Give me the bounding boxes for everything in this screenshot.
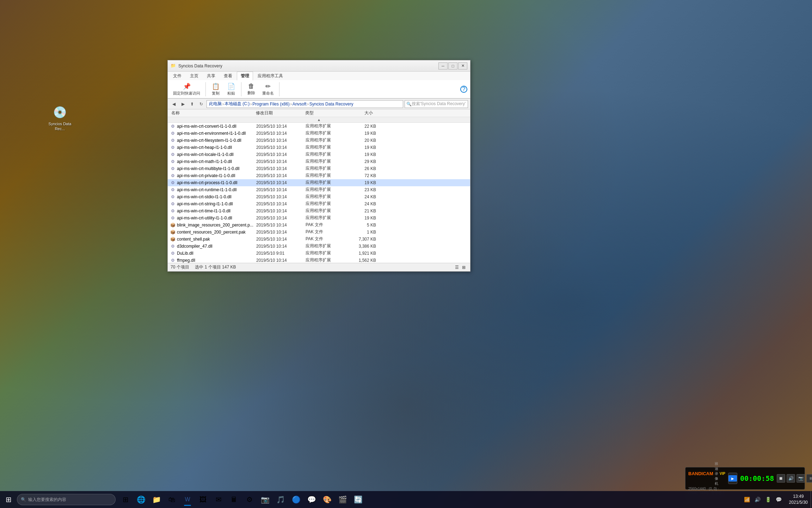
taskbar-app-explorer[interactable]: 📁 xyxy=(149,492,164,507)
tab-file[interactable]: 文件 xyxy=(169,72,185,80)
file-size: 22 KB xyxy=(348,124,376,129)
up-button[interactable]: ⬆ xyxy=(188,100,196,108)
taskbar-app-edge[interactable]: 🌐 xyxy=(134,492,148,507)
file-date: 2019/5/10 10:14 xyxy=(256,208,306,213)
ribbon-delete-btn[interactable]: 🗑 删除 xyxy=(244,81,258,97)
file-date: 2019/5/10 10:14 xyxy=(256,152,306,157)
col-header-date[interactable]: 修改日期 xyxy=(254,110,304,116)
tray-battery[interactable]: 🔋 xyxy=(764,495,773,504)
forward-button[interactable]: ▶ xyxy=(179,100,187,108)
col-header-type[interactable]: 类型 xyxy=(304,110,346,116)
status-text: 70 个项目 选中 1 个项目 147 KB xyxy=(171,264,453,270)
taskbar-app-store[interactable]: 🛍 xyxy=(165,492,179,507)
col-header-name[interactable]: 名称 xyxy=(170,110,254,116)
taskbar-app-chrome[interactable]: 🔵 xyxy=(289,492,303,507)
table-row[interactable]: ⚙ api-ms-win-crt-environment-l1-1-0.dll … xyxy=(168,130,470,137)
ribbon-sep-3 xyxy=(279,82,279,96)
address-path[interactable]: 此电脑 › 本地磁盘 (C:) › Program Files (x86) › … xyxy=(207,100,403,108)
taskbar-app-view[interactable]: ⊞ xyxy=(118,492,133,507)
table-row[interactable]: ⚙ api-ms-win-crt-stdio-l1-1-0.dll 2019/5… xyxy=(168,193,470,200)
path-this-pc[interactable]: 此电脑 xyxy=(209,101,222,107)
file-type: 应用程序扩展 xyxy=(306,194,348,200)
table-row[interactable]: ⚙ api-ms-win-crt-heap-l1-1-0.dll 2019/5/… xyxy=(168,144,470,151)
start-button[interactable]: ⊞ xyxy=(0,491,17,508)
ribbon-paste-btn[interactable]: 📄 粘贴 xyxy=(224,81,238,97)
table-row[interactable]: ⚙ api-ms-win-crt-filesystem-l1-1-0.dll 2… xyxy=(168,137,470,144)
file-icon: ⚙ xyxy=(170,166,176,171)
ribbon-copy-btn[interactable]: 📋 复制 xyxy=(209,81,223,97)
table-row[interactable]: ⚙ api-ms-win-crt-process-l1-1-0.dll 2019… xyxy=(168,179,470,186)
table-row[interactable]: ⚙ api-ms-win-crt-runtime-l1-1-0.dll 2019… xyxy=(168,186,470,193)
bandicam-widget: BANDICAM 班迪录像机 VIP 2560x1440 · (0, 0) · … xyxy=(685,467,805,490)
back-button[interactable]: ◀ xyxy=(170,100,178,108)
path-syncios[interactable]: Syncios Data Recovery xyxy=(309,102,353,107)
path-program-files[interactable]: Program Files (x86) xyxy=(252,102,289,107)
tab-share[interactable]: 共享 xyxy=(203,72,219,80)
table-row[interactable]: 📦 content_resources_200_percent.pak 2019… xyxy=(168,229,470,236)
table-row[interactable]: ⚙ api-ms-win-crt-private-l1-1-0.dll 2019… xyxy=(168,172,470,179)
taskbar-app-camera[interactable]: 📷 xyxy=(258,492,272,507)
tray-network[interactable]: 📶 xyxy=(743,495,752,504)
file-name: api-ms-win-crt-convert-l1-1-0.dll xyxy=(177,124,256,129)
taskbar-app-photos[interactable]: 🖼 xyxy=(196,492,210,507)
paste-icon: 📄 xyxy=(227,83,235,90)
help-button[interactable]: ? xyxy=(460,86,467,93)
system-clock[interactable]: 13:49 2021/5/30 xyxy=(786,494,811,506)
ribbon-pin-btn[interactable]: 📌 固定到快速访问 xyxy=(171,81,203,97)
file-date: 2019/5/10 10:14 xyxy=(256,201,306,206)
table-row[interactable]: 📦 content_shell.pak 2019/5/10 10:14 PAK … xyxy=(168,236,470,243)
file-name: api-ms-win-crt-process-l1-1-0.dll xyxy=(177,180,256,185)
table-row[interactable]: ⚙ api-ms-win-crt-multibyte-l1-1-0.dll 20… xyxy=(168,165,470,172)
ribbon-rename-btn[interactable]: ✏ 重命名 xyxy=(260,81,276,97)
taskbar-app-settings[interactable]: ⚙ xyxy=(242,492,257,507)
search-bar[interactable]: 🔍 搜索'Syncios Data Recovery' xyxy=(405,100,468,108)
record-stop-btn[interactable]: ⏹ xyxy=(777,474,785,483)
tab-app-tools[interactable]: 应用程序工具 xyxy=(254,72,287,80)
table-row[interactable]: ⚙ api-ms-win-crt-math-l1-1-0.dll 2019/5/… xyxy=(168,158,470,165)
maximize-button[interactable]: □ xyxy=(448,62,457,69)
table-row[interactable]: ⚙ api-ms-win-crt-utility-l1-1-0.dll 2019… xyxy=(168,214,470,222)
file-icon: ⚙ xyxy=(170,243,176,249)
tray-volume[interactable]: 🔊 xyxy=(753,495,762,504)
tray-action-center[interactable]: 💬 xyxy=(774,495,783,504)
table-row[interactable]: ⚙ ffmpeg.dll 2019/5/10 10:14 应用程序扩展 1,56… xyxy=(168,257,470,263)
file-list[interactable]: ⚙ api-ms-win-crt-convert-l1-1-0.dll 2019… xyxy=(168,123,470,263)
taskbar-app-calc[interactable]: 🖩 xyxy=(227,492,241,507)
tab-view[interactable]: 查看 xyxy=(220,72,236,80)
taskbar-app-mail[interactable]: ✉ xyxy=(211,492,226,507)
refresh-button[interactable]: ↻ xyxy=(197,100,205,108)
file-name: ffmpeg.dll xyxy=(177,258,256,263)
minimize-button[interactable]: ─ xyxy=(438,62,448,69)
file-size: 1,562 KB xyxy=(348,258,376,263)
col-header-size[interactable]: 大小 xyxy=(346,110,374,116)
tab-home[interactable]: 主页 xyxy=(186,72,202,80)
camera-btn[interactable]: 📷 xyxy=(796,474,805,483)
table-row[interactable]: ⚙ api-ms-win-crt-locale-l1-1-0.dll 2019/… xyxy=(168,151,470,158)
volume-btn[interactable]: 🔊 xyxy=(787,474,795,483)
taskbar-app-word[interactable]: W xyxy=(180,492,195,507)
taskbar-app-video[interactable]: 🎬 xyxy=(336,492,350,507)
large-icon-view-btn[interactable]: ⊞ xyxy=(460,264,467,271)
taskbar-app-ps[interactable]: 🎨 xyxy=(320,492,334,507)
table-row[interactable]: ⚙ d3dcompiler_47.dll 2019/5/10 10:14 应用程… xyxy=(168,243,470,250)
table-row[interactable]: ⚙ api-ms-win-crt-string-l1-1-0.dll 2019/… xyxy=(168,200,470,207)
path-anvsoft[interactable]: Anvsoft xyxy=(293,102,307,107)
taskbar-search-box[interactable]: 🔍 输入您要搜索的内容 xyxy=(17,494,116,505)
syncios-icon-label: Syncios Data Rec... xyxy=(47,121,73,132)
desktop-icon-syncios[interactable]: 💿 Syncios Data Rec... xyxy=(46,102,74,133)
table-row[interactable]: ⚙ api-ms-win-crt-convert-l1-1-0.dll 2019… xyxy=(168,123,470,130)
table-row[interactable]: ⚙ api-ms-win-crt-time-l1-1-0.dll 2019/5/… xyxy=(168,207,470,214)
details-view-btn[interactable]: ☰ xyxy=(453,264,460,271)
show-desktop-btn[interactable] xyxy=(811,491,812,508)
tab-manage[interactable]: 管理 xyxy=(237,72,253,80)
file-name: content_shell.pak xyxy=(177,237,256,242)
file-icon: ⚙ xyxy=(170,258,176,263)
close-button[interactable]: ✕ xyxy=(458,62,467,69)
taskbar-app-wechat[interactable]: 💬 xyxy=(304,492,319,507)
table-row[interactable]: ⚙ DuLib.dll 2019/5/10 9:01 应用程序扩展 1,921 … xyxy=(168,250,470,257)
taskbar-app-music[interactable]: 🎵 xyxy=(273,492,288,507)
taskbar-app-recover[interactable]: 🔄 xyxy=(351,492,365,507)
table-row[interactable]: 📦 blink_image_resources_200_percent.p...… xyxy=(168,222,470,229)
settings-btn[interactable]: ≡ xyxy=(806,474,812,483)
path-local-disk[interactable]: 本地磁盘 (C:) xyxy=(224,101,250,107)
